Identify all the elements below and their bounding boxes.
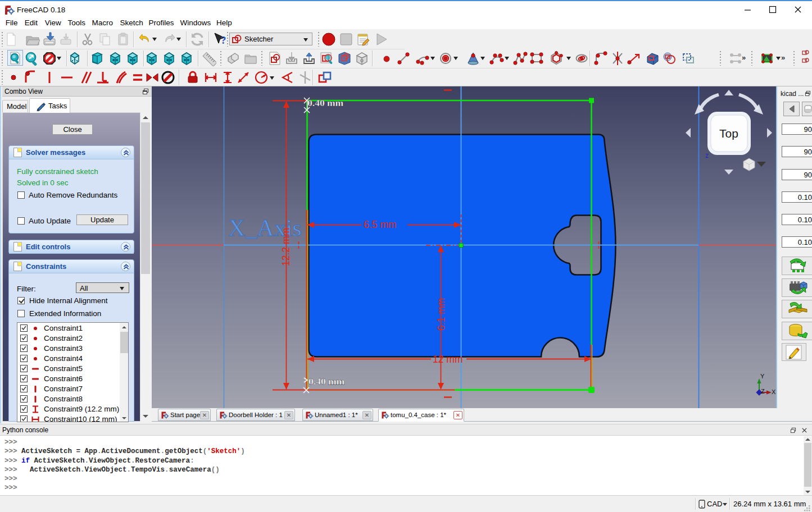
svg-text:12 mm: 12 mm xyxy=(433,354,462,365)
svg-text:6.5 mm: 6.5 mm xyxy=(364,219,396,230)
svg-text:0.40 mm: 0.40 mm xyxy=(309,376,345,387)
svg-text:?: ? xyxy=(221,34,226,46)
svg-text:0.40 mm: 0.40 mm xyxy=(307,97,344,108)
svg-text:Z: Z xyxy=(761,388,765,395)
svg-text:6.1 mm: 6.1 mm xyxy=(436,298,447,331)
svg-text:X: X xyxy=(772,388,776,395)
svg-text:Top: Top xyxy=(719,127,738,140)
svg-text:z: z xyxy=(705,152,709,159)
svg-text:12.2 mm: 12.2 mm xyxy=(280,228,292,266)
svg-text:Y: Y xyxy=(760,373,765,380)
